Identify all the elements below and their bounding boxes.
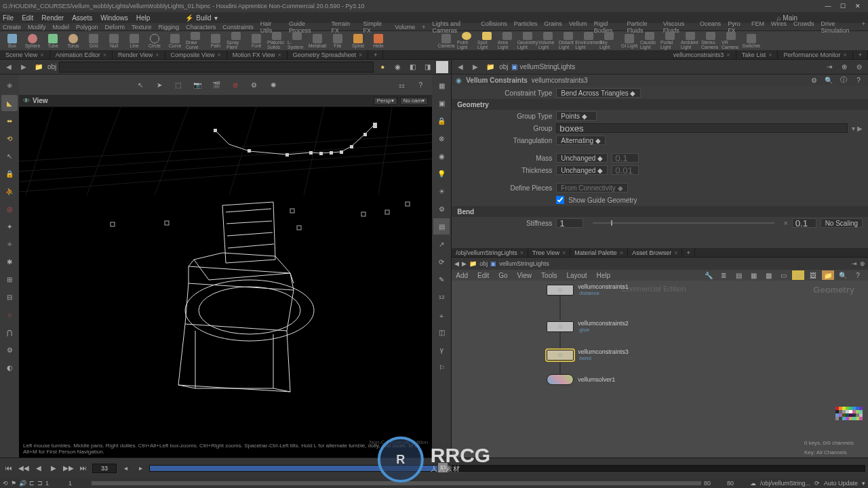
- tool-curve[interactable]: Curve: [165, 32, 184, 49]
- folder-icon[interactable]: 📁: [33, 61, 45, 73]
- tool-pointlight[interactable]: Point Light: [457, 32, 476, 49]
- min-button[interactable]: —: [821, 1, 835, 11]
- network-node-selected[interactable]: ▧ vellumconstraints3bend: [547, 348, 629, 361]
- shelf-tab[interactable]: Rigging: [159, 24, 180, 30]
- tool-sphere[interactable]: Sphere: [23, 32, 42, 49]
- close-icon[interactable]: ×: [843, 52, 846, 58]
- range-end[interactable]: 80: [704, 480, 724, 487]
- keymode-label[interactable]: Key: All Channels: [804, 449, 847, 455]
- loop-icon[interactable]: ⟲: [3, 480, 8, 487]
- path-node[interactable]: vellumStringLights: [499, 260, 549, 267]
- sun-icon[interactable]: ☀: [433, 183, 450, 199]
- tab-takelist[interactable]: Take List×: [736, 50, 778, 60]
- path-obj[interactable]: obj: [479, 260, 488, 267]
- close-icon[interactable]: ×: [155, 52, 159, 58]
- tool-camera[interactable]: Camera: [437, 32, 456, 49]
- circle-red-icon[interactable]: ⊘: [228, 77, 243, 92]
- fwd-icon[interactable]: ▶: [462, 260, 467, 267]
- close-icon[interactable]: ×: [520, 249, 524, 256]
- group-type-dropdown[interactable]: Points ◆: [556, 111, 597, 121]
- bottom-path[interactable]: /obj/vellumString...: [760, 480, 810, 487]
- gear-icon[interactable]: ⚙: [808, 75, 819, 85]
- tool-switcher[interactable]: Switcher: [742, 32, 761, 49]
- snap-icon[interactable]: ✦: [1, 218, 18, 235]
- folder-icon[interactable]: 📁: [822, 270, 834, 280]
- triangulation-dropdown[interactable]: Alternating ◆: [556, 136, 606, 145]
- tab-geospread[interactable]: Geometry Spreadsheet×: [288, 50, 368, 60]
- shelf-tab[interactable]: Create: [3, 24, 21, 30]
- pin-icon[interactable]: ⇥: [823, 61, 835, 73]
- tool-font[interactable]: Font: [247, 32, 266, 49]
- prev-icon[interactable]: ◂: [119, 462, 132, 474]
- camera-icon[interactable]: 📷: [190, 77, 205, 92]
- back-icon[interactable]: ◀: [454, 61, 467, 73]
- tab-perfmon[interactable]: Performance Monitor×: [778, 50, 852, 60]
- rotate-icon[interactable]: ⟲: [1, 130, 18, 146]
- tab-anim-editor[interactable]: Animation Editor×: [50, 50, 113, 60]
- pointer-icon[interactable]: ↖: [1, 148, 18, 164]
- shelf-tab[interactable]: Characters: [186, 24, 216, 30]
- back-icon[interactable]: ◀: [3, 61, 15, 73]
- constraint-type-dropdown[interactable]: Bend Across Triangles ◆: [556, 88, 640, 98]
- snap3-icon[interactable]: ✱: [1, 253, 18, 270]
- close-icon[interactable]: ×: [278, 52, 281, 58]
- node-name[interactable]: vellumconstraints3: [532, 77, 804, 84]
- auto-update-dropdown[interactable]: Auto Update: [824, 480, 858, 487]
- network-canvas[interactable]: Commercial Edition Geometry ▧ vellumcons…: [452, 281, 868, 458]
- shelf-tab[interactable]: Deform: [105, 24, 125, 30]
- net-menu-help[interactable]: Help: [596, 272, 610, 279]
- close-icon[interactable]: ×: [217, 52, 220, 58]
- v-icon[interactable]: ⟁: [433, 306, 450, 323]
- arrow-icon[interactable]: ↗: [433, 236, 450, 252]
- timeline-slider[interactable]: 33: [149, 465, 865, 472]
- target-icon[interactable]: ◎: [1, 201, 18, 217]
- close-button[interactable]: ✕: [850, 1, 865, 11]
- help-icon[interactable]: ◐: [1, 359, 18, 375]
- tool-platonic[interactable]: Platonic Solids: [267, 32, 286, 49]
- door-icon[interactable]: ◫: [433, 324, 450, 340]
- tool-stereocam[interactable]: Stereo Camera: [701, 32, 720, 49]
- stiffness-input[interactable]: [556, 218, 583, 228]
- tab-plus-icon[interactable]: +: [682, 248, 694, 258]
- network-tab[interactable]: /obj/vellumStringLights×: [452, 248, 528, 258]
- close-icon[interactable]: ×: [562, 249, 566, 256]
- help-icon[interactable]: ?: [852, 270, 864, 280]
- tool-drawcurve[interactable]: Draw Curve: [186, 32, 205, 49]
- tool-geolight[interactable]: Geometry Light: [518, 32, 537, 49]
- net-menu-add[interactable]: Add: [456, 272, 468, 279]
- close-icon[interactable]: ×: [620, 249, 623, 256]
- tool-null[interactable]: Null: [104, 32, 123, 49]
- network-node-solver[interactable]: vellumsolver1: [547, 374, 615, 385]
- sphere-sel-icon[interactable]: ●: [376, 61, 389, 73]
- close-icon[interactable]: ×: [726, 52, 730, 58]
- show-guide-checkbox[interactable]: [556, 196, 564, 204]
- select-tool-icon[interactable]: ⬚: [171, 77, 186, 92]
- tab-plus-icon[interactable]: +: [853, 50, 868, 60]
- tab-render-view[interactable]: Render View×: [113, 50, 165, 60]
- range2-icon[interactable]: ⊐: [37, 480, 43, 487]
- shelf-tab[interactable]: Polygon: [76, 24, 98, 30]
- shelf-tab[interactable]: Volume: [395, 24, 415, 30]
- mass-dropdown[interactable]: Unchanged ◆: [556, 153, 608, 163]
- tool-arealight[interactable]: Area Light: [498, 32, 517, 49]
- folder-icon[interactable]: 📁: [484, 61, 496, 73]
- end-frame[interactable]: 80: [727, 480, 747, 487]
- menu-help[interactable]: Help: [136, 14, 151, 22]
- tool-line[interactable]: Line: [125, 32, 144, 49]
- tool-spotlight[interactable]: Spot Light: [477, 32, 496, 49]
- tab-composite[interactable]: Composite View×: [165, 50, 227, 60]
- persp-dropdown[interactable]: Persp ▾: [374, 97, 397, 105]
- audio-icon[interactable]: 🔊: [19, 480, 26, 487]
- stiffness-scaling-dropdown[interactable]: No Scaling: [821, 218, 863, 228]
- cube-icon[interactable]: ◧: [406, 61, 418, 73]
- link-icon[interactable]: ⊕: [838, 61, 850, 73]
- realtime-icon[interactable]: ⚑: [11, 480, 16, 487]
- tool-file[interactable]: File: [328, 32, 347, 49]
- path-input[interactable]: [59, 62, 374, 73]
- tool-grid[interactable]: Grid: [84, 32, 103, 49]
- tool-helix[interactable]: Helix: [369, 32, 388, 49]
- network-node[interactable]: ▧ vellumconstraints1distance: [547, 283, 629, 296]
- asset-browser-tab[interactable]: Asset Browser×: [628, 248, 682, 258]
- card-icon[interactable]: ▭: [777, 270, 789, 280]
- play-back-icon[interactable]: ◀: [33, 462, 45, 474]
